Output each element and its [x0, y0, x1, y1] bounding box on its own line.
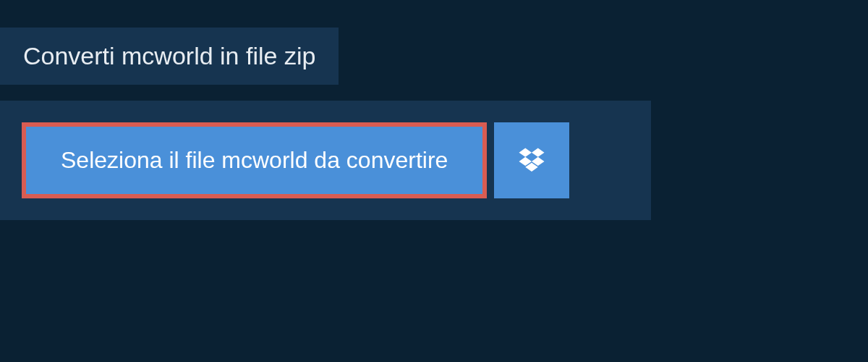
- dropbox-icon: [516, 146, 547, 176]
- page-title-tab: Converti mcworld in file zip: [0, 28, 339, 85]
- action-row: Seleziona il file mcworld da convertire: [22, 122, 629, 198]
- page-title: Converti mcworld in file zip: [23, 42, 315, 70]
- select-file-label: Seleziona il file mcworld da convertire: [61, 147, 448, 173]
- dropbox-button[interactable]: [494, 122, 569, 198]
- select-file-button[interactable]: Seleziona il file mcworld da convertire: [22, 122, 487, 198]
- converter-panel: Seleziona il file mcworld da convertire: [0, 101, 651, 220]
